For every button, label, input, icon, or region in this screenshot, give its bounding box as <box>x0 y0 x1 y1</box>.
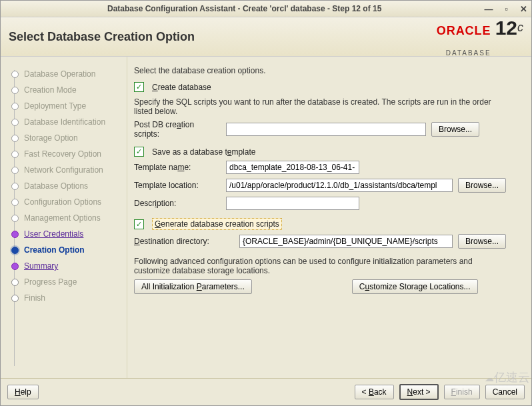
wizard-step-10[interactable]: User Credentials <box>11 226 124 242</box>
dest-dir-label: Destination directory: <box>134 237 234 246</box>
brand-database: DATABASE <box>446 50 491 57</box>
template-location-browse-button[interactable]: Browse... <box>458 178 506 193</box>
wizard-step-13: Progress Page <box>11 274 124 290</box>
template-name-input[interactable] <box>226 161 359 174</box>
brand-version: 12 <box>495 17 517 39</box>
template-desc-input[interactable] <box>226 197 359 210</box>
step-label: Creation Mode <box>24 85 77 95</box>
wizard-step-4[interactable]: Storage Option <box>11 130 124 146</box>
step-label: Deployment Type <box>24 101 86 111</box>
wizard-step-3[interactable]: Database Identification <box>11 114 124 130</box>
step-dot-icon <box>11 263 19 270</box>
back-button[interactable]: < Back <box>355 385 394 399</box>
wizard-step-0[interactable]: Database Operation <box>11 66 124 82</box>
finish-button[interactable]: Finish <box>444 385 480 399</box>
template-location-label: Template location: <box>134 181 221 190</box>
create-database-label: Create database <box>152 83 211 92</box>
step-label: Database Identification <box>24 117 105 127</box>
next-button[interactable]: Next > <box>399 384 439 400</box>
step-label: Creation Option <box>24 245 85 255</box>
step-label: Storage Option <box>24 133 78 143</box>
step-dot-icon <box>11 199 19 206</box>
step-dot-icon <box>11 231 19 238</box>
close-button[interactable]: ✕ <box>520 4 527 14</box>
page-header: Select Database Creation Option ORACLE D… <box>1 17 531 57</box>
create-database-section: Create database Specify the SQL scripts … <box>134 82 526 139</box>
step-label: User Credentials <box>24 229 83 239</box>
generate-scripts-section: Generate database creation scripts Desti… <box>134 218 526 249</box>
minimize-button[interactable]: — <box>484 4 493 14</box>
wizard-step-8[interactable]: Configuration Options <box>11 194 124 210</box>
step-label: Management Options <box>24 213 101 223</box>
brand-oracle: ORACLE <box>437 25 491 37</box>
instruction-text: Select the database creation options. <box>134 66 526 75</box>
step-label: Finish <box>24 293 45 303</box>
save-template-section: Save as a database template Template nam… <box>134 147 526 210</box>
step-dot-icon <box>11 295 19 302</box>
template-name-label: Template name: <box>134 163 221 172</box>
post-scripts-browse-button[interactable]: Browse... <box>431 122 479 137</box>
dest-dir-input[interactable] <box>239 235 453 248</box>
customize-storage-button[interactable]: Customize Storage Locations... <box>352 279 478 294</box>
init-params-button[interactable]: All Initialization Parameters... <box>134 279 252 294</box>
step-dot-icon <box>11 215 19 222</box>
titlebar: Database Configuration Assistant - Creat… <box>1 1 531 17</box>
wizard-step-2[interactable]: Deployment Type <box>11 98 124 114</box>
window-buttons: — ▫ ✕ <box>484 4 527 14</box>
post-scripts-input[interactable] <box>226 123 426 136</box>
wizard-step-1[interactable]: Creation Mode <box>11 82 124 98</box>
step-dot-icon <box>11 151 19 158</box>
step-dot-icon <box>11 167 19 174</box>
wizard-step-12[interactable]: Summary <box>11 258 124 274</box>
wizard-step-9[interactable]: Management Options <box>11 210 124 226</box>
page-title: Select Database Creation Option <box>9 30 437 44</box>
maximize-button[interactable]: ▫ <box>505 4 508 14</box>
wizard-step-11: Creation Option <box>11 242 124 258</box>
generate-scripts-checkbox[interactable] <box>134 219 144 229</box>
post-scripts-label: Post DB creation scripts: <box>134 120 221 139</box>
step-dot-icon <box>11 71 19 78</box>
brand-version-suffix: c <box>517 21 523 34</box>
create-database-checkbox[interactable] <box>134 82 144 92</box>
wizard-step-5[interactable]: Fast Recovery Option <box>11 146 124 162</box>
step-dot-icon <box>11 183 19 190</box>
content-area: Select the database creation options. Cr… <box>127 57 531 378</box>
step-label: Progress Page <box>24 277 77 287</box>
window-title: Database Configuration Assistant - Creat… <box>5 4 484 13</box>
wizard-step-6[interactable]: Network Configuration <box>11 162 124 178</box>
advanced-options-note: Following advanced configuration options… <box>134 257 507 275</box>
step-label: Database Operation <box>24 69 95 79</box>
step-dot-icon <box>11 135 19 142</box>
template-desc-label: Description: <box>134 199 221 208</box>
step-dot-icon <box>11 279 19 286</box>
footer-nav: Help < Back Next > Finish Cancel <box>1 378 531 405</box>
wizard-step-14: Finish <box>11 290 124 306</box>
cancel-button[interactable]: Cancel <box>485 385 525 399</box>
help-button[interactable]: Help <box>7 385 39 399</box>
step-label: Summary <box>24 261 58 271</box>
generate-scripts-label: Generate database creation scripts <box>152 218 282 230</box>
brand-block: ORACLE DATABASE 12c <box>437 17 523 57</box>
create-database-desc: Specify the SQL scripts you want to run … <box>134 97 507 116</box>
save-template-checkbox[interactable] <box>134 147 144 157</box>
step-dot-icon <box>11 103 19 110</box>
step-label: Configuration Options <box>24 197 101 207</box>
save-template-label: Save as a database template <box>152 147 255 157</box>
template-location-input[interactable] <box>226 179 453 192</box>
dest-dir-browse-button[interactable]: Browse... <box>458 234 506 249</box>
step-dot-icon <box>11 87 19 94</box>
step-dot-icon <box>11 119 19 126</box>
app-window: Database Configuration Assistant - Creat… <box>0 0 532 406</box>
step-dot-icon <box>11 247 19 254</box>
wizard-step-7[interactable]: Database Options <box>11 178 124 194</box>
step-label: Database Options <box>24 181 88 191</box>
wizard-steps-sidebar: Database OperationCreation ModeDeploymen… <box>1 57 127 378</box>
body: Database OperationCreation ModeDeploymen… <box>1 57 531 378</box>
step-label: Fast Recovery Option <box>24 149 101 159</box>
step-label: Network Configuration <box>24 165 103 175</box>
